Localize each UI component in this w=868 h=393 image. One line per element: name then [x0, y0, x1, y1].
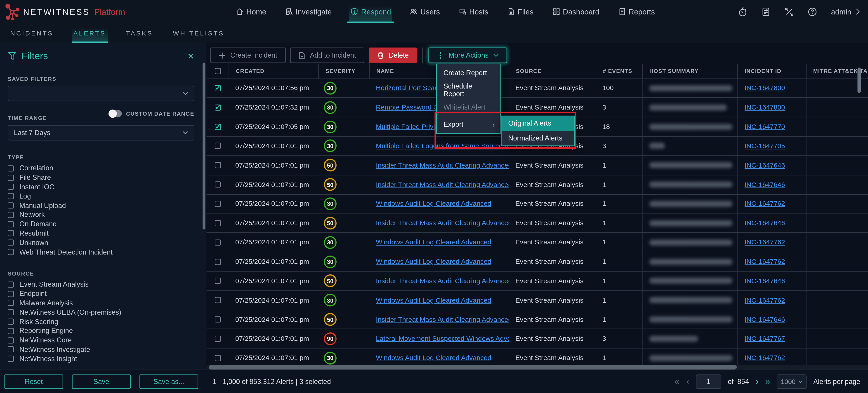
source-option-netwitness-core[interactable]: NetWitness Core: [8, 336, 194, 345]
type-option-web-threat-detection-incident[interactable]: Web Threat Detection Incident: [8, 247, 194, 257]
alert-name-link[interactable]: Windows Audit Log Cleared Advanced: [376, 296, 491, 304]
row-checkbox[interactable]: [215, 201, 221, 207]
checkbox-icon[interactable]: [8, 356, 14, 362]
alert-name-link[interactable]: Windows Audit Log Cleared Advanced: [376, 258, 491, 265]
row-checkbox[interactable]: [215, 239, 221, 245]
type-option-resubmit[interactable]: Resubmit: [8, 229, 194, 238]
submenu-item-original-alerts[interactable]: Original Alerts: [502, 116, 574, 131]
type-option-manual-upload[interactable]: Manual Upload: [8, 201, 194, 210]
source-option-netwitness-investigate[interactable]: NetWitness Investigate: [8, 345, 194, 354]
row-checkbox[interactable]: [215, 278, 221, 284]
column-header-events[interactable]: # EVENTS: [596, 64, 642, 79]
submenu-item-normalized-alerts[interactable]: Normalized Alerts: [502, 131, 574, 145]
column-header-source[interactable]: SOURCE: [509, 64, 596, 79]
user-menu[interactable]: admin: [831, 7, 860, 16]
row-checkbox[interactable]: [215, 85, 221, 91]
incident-id-link[interactable]: INC-1647646: [745, 181, 785, 188]
incident-id-link[interactable]: INC-1647762: [745, 354, 785, 362]
alert-name-link[interactable]: Insider Threat Mass Audit Clearing Advan…: [376, 316, 509, 323]
checkbox-icon[interactable]: [8, 240, 14, 246]
source-option-netwitness-insight[interactable]: NetWitness Insight: [8, 354, 194, 363]
custom-date-range-toggle[interactable]: [109, 110, 122, 117]
checkbox-icon[interactable]: [8, 212, 14, 218]
brand-logo[interactable]: NETWITNESSPlatform: [0, 0, 155, 23]
checkbox-icon[interactable]: [8, 165, 14, 171]
alert-name-link[interactable]: Insider Threat Mass Audit Clearing Advan…: [376, 162, 509, 169]
checkbox-icon[interactable]: [8, 203, 14, 209]
help-icon[interactable]: [808, 7, 817, 17]
row-checkbox[interactable]: [215, 220, 221, 226]
alert-name-link[interactable]: Insider Threat Mass Audit Clearing Advan…: [376, 219, 509, 227]
next-page-icon[interactable]: ›: [756, 377, 758, 386]
nav-dashboard[interactable]: Dashboard: [551, 0, 600, 23]
save-as-button[interactable]: Save as...: [140, 374, 198, 389]
row-checkbox[interactable]: [215, 297, 221, 303]
tab-whitelists[interactable]: WHITELISTS: [171, 23, 226, 43]
type-option-correlation[interactable]: Correlation: [8, 164, 194, 173]
row-checkbox[interactable]: [215, 162, 221, 168]
column-header-host-summary[interactable]: HOST SUMMARY: [642, 64, 737, 79]
source-option-malware-analysis[interactable]: Malware Analysis: [8, 298, 194, 307]
admin-tools-icon[interactable]: [784, 7, 794, 17]
checkbox-icon[interactable]: [8, 221, 14, 227]
first-page-icon[interactable]: «: [675, 377, 680, 386]
tab-tasks[interactable]: TASKS: [124, 23, 155, 43]
checkbox-icon[interactable]: [8, 230, 14, 236]
column-header-created[interactable]: CREATED↓: [228, 64, 318, 79]
source-option-endpoint[interactable]: Endpoint: [8, 289, 194, 298]
checkbox-icon[interactable]: [8, 184, 14, 190]
reset-button[interactable]: Reset: [4, 374, 63, 389]
row-checkbox[interactable]: [215, 336, 221, 342]
stopwatch-icon[interactable]: [738, 7, 747, 17]
alert-name-link[interactable]: Windows Audit Log Cleared Advanced: [376, 200, 491, 207]
type-option-instant-ioc[interactable]: Instant IOC: [8, 182, 194, 192]
row-checkbox[interactable]: [215, 259, 221, 265]
checkbox-icon[interactable]: [8, 249, 14, 255]
nav-files[interactable]: Files: [506, 0, 535, 23]
incident-id-link[interactable]: INC-1647762: [745, 238, 785, 246]
type-option-unknown[interactable]: Unknown: [8, 238, 194, 247]
incident-id-link[interactable]: INC-1647767: [745, 335, 785, 342]
save-button[interactable]: Save: [72, 374, 131, 389]
add-to-incident-button[interactable]: Add to Incident: [290, 48, 364, 63]
more-actions-button[interactable]: More Actions: [429, 48, 507, 63]
type-option-log[interactable]: Log: [8, 192, 194, 201]
incident-id-link[interactable]: INC-1647770: [745, 123, 785, 131]
checkbox-icon[interactable]: [8, 174, 14, 181]
table-horizontal-scrollbar[interactable]: [209, 365, 737, 369]
row-checkbox[interactable]: [215, 124, 221, 130]
alert-name-link[interactable]: Multiple Failed Logons from Same Source …: [376, 142, 509, 150]
close-filters-icon[interactable]: ✕: [187, 52, 194, 60]
alert-name-link[interactable]: Insider Threat Mass Audit Clearing Advan…: [376, 181, 509, 188]
tab-alerts[interactable]: ALERTS: [72, 23, 107, 43]
checkbox-icon[interactable]: [8, 193, 14, 199]
column-header-severity[interactable]: SEVERITY: [318, 64, 369, 79]
checkbox-icon[interactable]: [8, 309, 14, 316]
menu-item-whitelist-alert[interactable]: Whitelist Alert: [437, 99, 500, 116]
checkbox-icon[interactable]: [8, 337, 14, 343]
row-checkbox[interactable]: [215, 104, 221, 110]
last-page-icon[interactable]: »: [765, 377, 770, 386]
previous-page-icon[interactable]: ‹: [686, 377, 689, 386]
nav-reports[interactable]: Reports: [617, 0, 656, 23]
source-option-risk-scoring[interactable]: Risk Scoring: [8, 317, 194, 326]
nav-hosts[interactable]: Hosts: [458, 0, 489, 23]
sidebar-scrollbar[interactable]: [203, 63, 205, 230]
tab-incidents[interactable]: INCIDENTS: [5, 23, 55, 43]
checkbox-icon[interactable]: [8, 347, 14, 353]
source-option-netwitness-ueba-on-premises[interactable]: NetWitness UEBA (On-premises): [8, 308, 194, 317]
page-number-input[interactable]: 1: [696, 374, 721, 389]
create-incident-button[interactable]: Create Incident: [211, 48, 286, 63]
menu-item-schedule-report[interactable]: Schedule Report: [437, 81, 500, 98]
incident-id-link[interactable]: INC-1647762: [745, 258, 785, 265]
nav-investigate[interactable]: Investigate: [284, 0, 333, 23]
type-option-file-share[interactable]: File Share: [8, 173, 194, 182]
sort-descending-icon[interactable]: ↓: [311, 68, 314, 74]
incident-id-link[interactable]: INC-1647646: [745, 316, 785, 323]
source-option-event-stream-analysis[interactable]: Event Stream Analysis: [8, 280, 194, 289]
delete-button[interactable]: Delete: [369, 48, 417, 63]
checkbox-icon[interactable]: [8, 328, 14, 334]
alert-name-link[interactable]: Windows Audit Log Cleared Advanced: [376, 238, 491, 246]
table-vertical-scrollbar[interactable]: [857, 68, 861, 93]
nav-users[interactable]: Users: [409, 0, 441, 23]
